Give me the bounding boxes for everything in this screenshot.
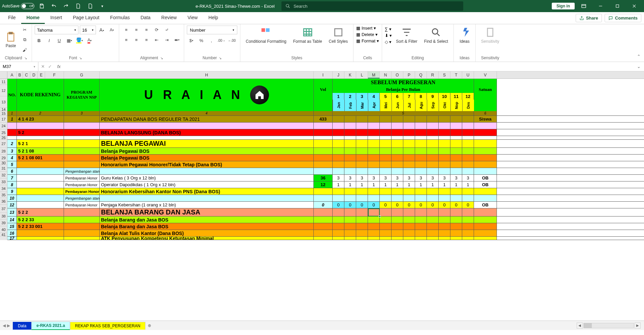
col-header[interactable]: O <box>392 71 403 78</box>
fx-icon[interactable]: fx <box>55 64 63 69</box>
cells[interactable]: NO.KODE REKENINGPROGRAM KEGIATAN NSPU R … <box>7 79 644 240</box>
add-sheet-icon[interactable]: ⊕ <box>145 323 154 328</box>
col-header[interactable]: F <box>45 71 64 78</box>
sheet-prev-icon[interactable]: ◀ <box>3 323 6 328</box>
doc1-icon[interactable] <box>73 1 83 11</box>
row-headers[interactable]: 1112131415172425262728293031323334353637… <box>0 79 7 240</box>
ribbon-tab-help[interactable]: Help <box>203 12 224 24</box>
autosum-icon[interactable]: ∑ ▾ <box>385 27 392 32</box>
accept-formula-icon[interactable]: ✓ <box>48 64 52 69</box>
orientation-icon[interactable]: ⟳ <box>152 26 161 34</box>
shrink-font-icon[interactable]: A▾ <box>107 26 116 34</box>
col-header[interactable]: U <box>462 71 474 78</box>
hscroll-thumb[interactable] <box>584 323 592 328</box>
format-button[interactable]: ▦ Format ▾ <box>356 38 379 43</box>
undo-icon[interactable] <box>49 1 59 11</box>
underline-button[interactable]: U <box>55 36 64 44</box>
fill-icon[interactable]: ⬇ ▾ <box>385 33 392 38</box>
sheet-tab-erkas[interactable]: e-RKAS 2021.a <box>31 322 70 330</box>
dec-decimal-icon[interactable]: →.00 <box>227 36 236 44</box>
hscroll-left-icon[interactable]: ◀ <box>577 323 583 329</box>
dialog-launcher-icon[interactable]: ↘ <box>160 56 163 60</box>
sheet-tab-rekap[interactable]: REKAP RKAS SEB_PERGESERAN <box>70 322 145 330</box>
merge-icon[interactable]: ⬌ ▾ <box>172 36 181 44</box>
qat-more-icon[interactable]: ▾ <box>98 1 107 11</box>
inc-decimal-icon[interactable]: .00→ <box>217 36 226 44</box>
wrap-text-icon[interactable]: ⤶ <box>162 26 171 34</box>
col-header[interactable]: T <box>450 71 462 78</box>
col-header[interactable]: M <box>368 71 380 78</box>
font-name-select[interactable]: Tahoma▾ <box>35 26 78 34</box>
col-header[interactable]: L <box>356 71 368 78</box>
ribbon-tab-home[interactable]: Home <box>21 12 45 24</box>
sort-filter-button[interactable]: Sort & Filter <box>393 26 420 45</box>
col-header[interactable]: R <box>427 71 439 78</box>
col-header[interactable]: J <box>333 71 344 78</box>
collapse-ribbon-icon[interactable]: ⌃ <box>637 54 641 59</box>
name-box[interactable]: M37▾ <box>0 62 38 71</box>
format-painter-icon[interactable]: 🖌 <box>20 46 29 54</box>
col-header[interactable]: D <box>30 71 38 78</box>
dialog-launcher-icon[interactable]: ↘ <box>219 56 222 60</box>
align-center-icon[interactable]: ≡ <box>132 36 141 44</box>
align-top-icon[interactable]: ≡ <box>122 26 131 34</box>
close-icon[interactable] <box>626 1 642 11</box>
expand-formula-icon[interactable]: ⌄ <box>634 64 644 69</box>
autosave-toggle[interactable]: Off <box>21 3 34 9</box>
minimize-icon[interactable] <box>593 1 608 11</box>
indent-inc-icon[interactable]: ⇥ <box>162 36 171 44</box>
comments-button[interactable]: Comments <box>605 14 641 22</box>
bold-button[interactable]: B <box>35 36 43 44</box>
ribbon-tab-page-layout[interactable]: Page Layout <box>67 12 105 24</box>
col-header[interactable]: B <box>17 71 23 78</box>
borders-icon[interactable]: ▦ ▾ <box>65 36 74 44</box>
cut-icon[interactable]: ✂ <box>20 26 29 34</box>
paste-button[interactable]: Paste <box>3 30 19 49</box>
align-mid-icon[interactable]: ≡ <box>132 26 141 34</box>
column-headers[interactable]: ABCDEFGHIJKLMNOPQRSTUV <box>0 71 644 79</box>
align-bot-icon[interactable]: ≡ <box>142 26 151 34</box>
col-header[interactable]: I <box>314 71 333 78</box>
ideas-button[interactable]: Ideas <box>456 26 473 45</box>
cond-format-button[interactable]: Conditional Formatting <box>243 26 289 45</box>
signin-button[interactable]: Sign in <box>552 3 575 9</box>
find-select-button[interactable]: Find & Select <box>421 26 451 45</box>
italic-button[interactable]: I <box>45 36 54 44</box>
hscroll-right-icon[interactable]: ▶ <box>635 323 641 329</box>
col-header[interactable]: H <box>100 71 314 78</box>
cell-styles-button[interactable]: Cell Styles <box>326 26 351 45</box>
ribbon-tab-file[interactable]: File <box>3 12 21 24</box>
col-header[interactable]: A <box>7 71 17 78</box>
sensitivity-button[interactable]: Sensitivity <box>478 26 502 45</box>
col-header[interactable]: S <box>439 71 450 78</box>
indent-dec-icon[interactable]: ⇤ <box>152 36 161 44</box>
ribbon-tab-review[interactable]: Review <box>156 12 182 24</box>
col-header[interactable]: V <box>474 71 497 78</box>
accounting-icon[interactable]: $ ▾ <box>187 36 196 44</box>
search-input[interactable]: Search <box>281 1 463 11</box>
font-color-icon[interactable]: A▾ <box>85 36 94 44</box>
spreadsheet-grid[interactable]: ABCDEFGHIJKLMNOPQRSTUV 11121314151724252… <box>0 71 644 321</box>
ribbon-tab-view[interactable]: View <box>182 12 203 24</box>
fill-color-icon[interactable]: 🪣▾ <box>75 36 84 44</box>
col-header[interactable]: C <box>23 71 30 78</box>
dialog-launcher-icon[interactable]: ↘ <box>79 56 82 60</box>
insert-button[interactable]: ▦ Insert ▾ <box>356 26 379 31</box>
ribbon-display-icon[interactable] <box>576 1 591 11</box>
home-icon[interactable] <box>250 86 269 104</box>
col-header[interactable]: N <box>380 71 392 78</box>
ribbon-tab-data[interactable]: Data <box>135 12 156 24</box>
copy-icon[interactable]: ⧉ <box>20 36 29 44</box>
hscroll-track[interactable] <box>583 323 634 328</box>
cancel-formula-icon[interactable]: ✕ <box>41 64 45 69</box>
clear-icon[interactable]: ◇ ▾ <box>385 39 392 44</box>
share-button[interactable]: Share <box>576 14 602 22</box>
align-left-icon[interactable]: ≡ <box>122 36 131 44</box>
sheet-tab-data[interactable]: Data <box>13 322 31 330</box>
percent-icon[interactable]: % <box>197 36 206 44</box>
font-size-select[interactable]: 16▾ <box>80 26 96 34</box>
grow-font-icon[interactable]: A▴ <box>97 26 106 34</box>
ribbon-tab-insert[interactable]: Insert <box>45 12 67 24</box>
col-header[interactable]: P <box>403 71 415 78</box>
sheet-next-icon[interactable]: ▶ <box>7 323 10 328</box>
